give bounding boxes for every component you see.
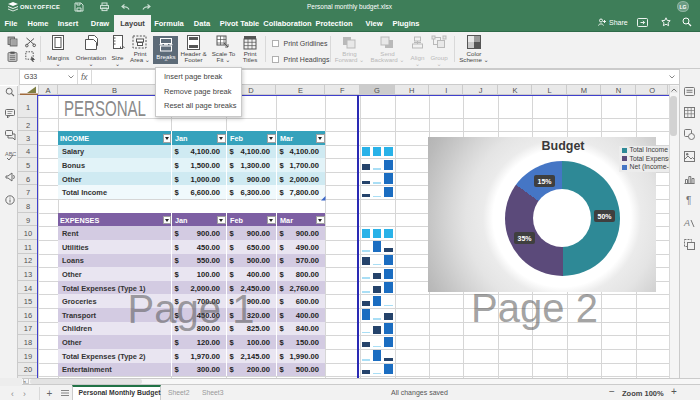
svg-text:ABC: ABC	[5, 151, 16, 157]
svg-text:¶: ¶	[686, 195, 691, 206]
svg-text:A: A	[683, 218, 690, 228]
